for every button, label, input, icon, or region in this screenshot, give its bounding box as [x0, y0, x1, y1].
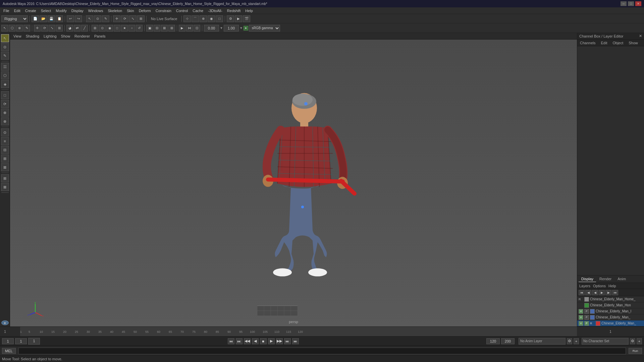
go-start-btn[interactable]: ⏮: [228, 338, 234, 344]
scale-btn[interactable]: ⤡: [129, 15, 137, 22]
tb-crease[interactable]: ╱: [81, 25, 88, 32]
vp-menu-view[interactable]: View: [11, 34, 23, 39]
tb-universal-tool[interactable]: ⊞: [56, 25, 63, 32]
vp-menu-renderer[interactable]: Renderer: [72, 34, 92, 39]
layer-color-2[interactable]: [590, 309, 595, 314]
left-tool-create[interactable]: □: [1, 91, 9, 99]
left-tool-skin[interactable]: ⊗: [1, 117, 9, 125]
menu-constrain[interactable]: Constrain: [154, 8, 173, 13]
left-tool-nurbs[interactable]: ◈: [1, 80, 9, 88]
snap-grid-btn[interactable]: ⊹: [183, 15, 191, 22]
tab-object[interactable]: Object: [611, 40, 625, 46]
anim-layer-btn2[interactable]: +: [574, 338, 579, 344]
anim-layer-display[interactable]: No Anim Layer: [519, 338, 566, 345]
tab-edit[interactable]: Edit: [599, 40, 608, 46]
snap-point-btn[interactable]: ⊕: [200, 15, 207, 22]
mode-dropdown[interactable]: Rigging Animation Modeling: [1, 15, 28, 22]
left-tool-more2[interactable]: ⊠: [1, 183, 9, 191]
play-fwd-btn[interactable]: ▶: [268, 338, 275, 344]
current-frame-input[interactable]: [15, 338, 27, 344]
layer-nav-prev2[interactable]: ◀: [592, 290, 598, 295]
left-tool-snap[interactable]: ◉: [1, 320, 9, 325]
open-btn[interactable]: 📂: [40, 15, 47, 22]
menu-3dtoall[interactable]: -3DtoAll-: [206, 8, 224, 13]
left-tool-poly[interactable]: ⬡: [1, 71, 9, 79]
step-back-btn[interactable]: ⏭: [236, 338, 243, 344]
save-as-btn[interactable]: 📋: [56, 15, 63, 22]
layer-color-3[interactable]: [590, 315, 595, 320]
move-btn[interactable]: ✛: [113, 15, 120, 22]
save-btn[interactable]: 💾: [48, 15, 55, 22]
snap-surface-btn[interactable]: ◉: [208, 15, 215, 22]
menu-skin[interactable]: Skin: [125, 8, 136, 13]
left-tool-lasso[interactable]: ⊙: [1, 43, 9, 51]
menu-cache[interactable]: Cache: [191, 8, 205, 13]
close-panel-icon[interactable]: ✕: [639, 34, 642, 38]
render-btn[interactable]: 🎬: [243, 15, 250, 22]
layer-v-btn-4[interactable]: V: [579, 321, 583, 326]
close-button[interactable]: ✕: [635, 1, 641, 6]
left-tool-attr1[interactable]: ⊙: [1, 128, 9, 136]
undo-btn[interactable]: ↩: [67, 15, 74, 22]
char-set-btn1[interactable]: ⚙: [630, 338, 635, 344]
tb-vp-layout-2[interactable]: ⊟: [154, 25, 160, 32]
left-tool-rig[interactable]: ⊕: [1, 109, 9, 117]
redo-btn[interactable]: ↪: [75, 15, 82, 22]
layer-nav-next2[interactable]: ▶: [605, 290, 611, 295]
tb-move-tool[interactable]: ✛: [34, 25, 41, 32]
left-tool-attr2[interactable]: ≡: [1, 137, 9, 145]
tb-select-comp[interactable]: ⊗: [16, 25, 23, 32]
anim-layer-btn1[interactable]: ⚙: [567, 338, 572, 344]
tb-camera-fit[interactable]: ⊙: [99, 25, 106, 32]
layer-color-4[interactable]: [596, 321, 600, 326]
tb-bookmark[interactable]: ★: [121, 25, 128, 32]
tab-channels[interactable]: Channels: [579, 40, 597, 46]
tb-vp-layout-4[interactable]: ⊞: [168, 25, 175, 32]
go-end-btn[interactable]: ⏭: [292, 338, 299, 344]
left-tool-deform[interactable]: ⟳: [1, 100, 9, 108]
tb-paint[interactable]: ✎: [23, 25, 30, 32]
vp-menu-shading[interactable]: Shading: [24, 34, 41, 39]
layer-nav-last[interactable]: ⏭: [612, 290, 618, 295]
end-frame-input[interactable]: [486, 338, 500, 344]
mel-run-btn[interactable]: Run: [629, 348, 642, 354]
menu-windows[interactable]: Windows: [86, 8, 105, 13]
menu-file[interactable]: File: [1, 8, 11, 13]
menu-select[interactable]: Select: [39, 8, 53, 13]
lasso-btn[interactable]: ⊙: [94, 15, 101, 22]
left-tool-select[interactable]: ↖: [1, 34, 9, 42]
tb-uv-edit[interactable]: ⊡: [194, 25, 200, 32]
snap-curve-btn[interactable]: ⌒: [192, 15, 199, 22]
layer-v-btn-2[interactable]: V: [579, 309, 583, 314]
layer-tab-display[interactable]: Display: [579, 276, 596, 282]
select-btn[interactable]: ↖: [86, 15, 93, 22]
menu-display[interactable]: Display: [69, 8, 86, 13]
viewport-canvas[interactable]: persp x y z: [10, 40, 577, 326]
layer-nav-first[interactable]: ⏮: [579, 290, 585, 295]
layer-nav-prev[interactable]: ◀: [585, 290, 591, 295]
tb-scale-tool[interactable]: ⤡: [49, 25, 55, 32]
character-set-display[interactable]: No Character Set: [582, 338, 629, 345]
layer-color-0[interactable]: [584, 297, 589, 302]
tb-sym-sel[interactable]: ⇄: [74, 25, 80, 32]
color-space-select[interactable]: sRGB gamma: [249, 25, 280, 32]
left-tool-layers[interactable]: ☷: [1, 63, 9, 71]
stop-btn[interactable]: ■: [260, 338, 267, 344]
layer-p-btn-3[interactable]: P: [584, 315, 589, 320]
tb-rotate-tool[interactable]: ⟳: [41, 25, 48, 32]
menu-help[interactable]: Help: [243, 8, 255, 13]
tb-vp-layout-3[interactable]: ⊠: [161, 25, 168, 32]
layer-tab-render[interactable]: Render: [597, 276, 614, 282]
tb-vp-layout-1[interactable]: ▣: [146, 25, 153, 32]
vp-menu-lighting[interactable]: Lighting: [42, 34, 59, 39]
layers-menu-options[interactable]: Options: [593, 284, 606, 288]
minimize-button[interactable]: ─: [621, 1, 627, 6]
next-key-btn[interactable]: ⏭: [284, 338, 291, 344]
color-mgmt-btn[interactable]: ■: [244, 26, 248, 31]
mel-tab[interactable]: MEL: [2, 348, 16, 354]
tb-hypershade[interactable]: ⋈: [186, 25, 193, 32]
left-tool-attr4[interactable]: ⊞: [1, 155, 9, 163]
menu-edit[interactable]: Edit: [12, 8, 22, 13]
tb-show-grid[interactable]: ⊞: [92, 25, 98, 32]
rotate-btn[interactable]: ⟳: [121, 15, 128, 22]
